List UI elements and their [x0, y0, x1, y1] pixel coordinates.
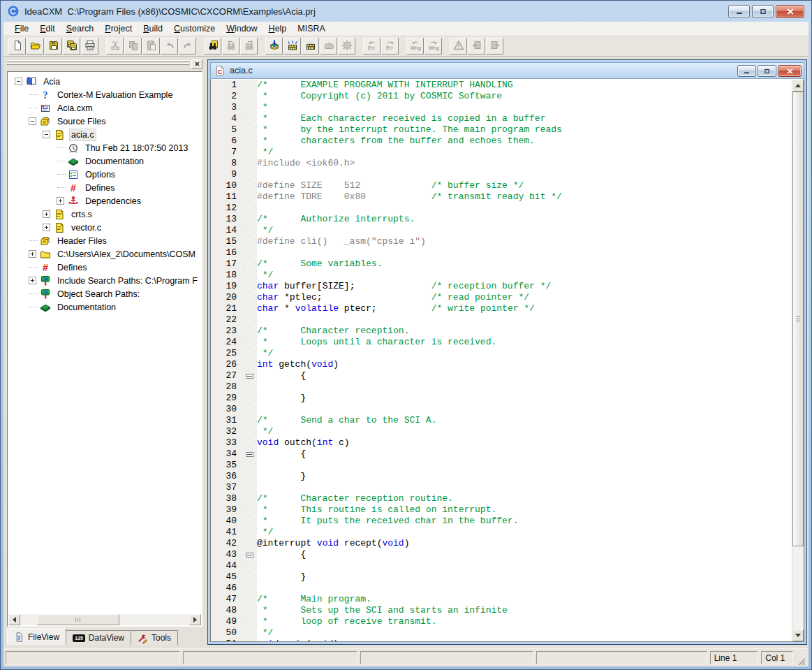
code-text[interactable]	[257, 169, 792, 180]
undo-button[interactable]	[161, 38, 178, 54]
menu-project[interactable]: Project	[99, 22, 138, 35]
code-text[interactable]: /* Authorize interrupts.	[257, 214, 792, 225]
compile-button[interactable]	[283, 38, 301, 54]
make-button[interactable]	[302, 38, 319, 54]
tree-item-label[interactable]: Thu Feb 21 18:07:50 2013	[83, 143, 190, 154]
new-button[interactable]	[8, 38, 26, 54]
tree-item-label[interactable]: Header Files	[55, 235, 109, 247]
code-area[interactable]: 1/* EXAMPLE PROGRAM WITH INTERRUPT HANDL…	[211, 80, 792, 641]
menu-edit[interactable]: Edit	[34, 22, 61, 35]
tree-item-label[interactable]: Acia.cxm	[55, 103, 95, 114]
code-text[interactable]: */	[257, 270, 792, 281]
code-text[interactable]	[257, 381, 792, 393]
code-text[interactable]	[257, 247, 792, 258]
open-button[interactable]	[27, 38, 44, 54]
print-button[interactable]	[81, 38, 98, 54]
code-text[interactable]: */	[257, 426, 792, 437]
code-text[interactable]	[257, 404, 792, 415]
menu-search[interactable]: Search	[61, 22, 100, 35]
fold-marker[interactable]	[246, 374, 253, 379]
editor-minimize-button[interactable]	[737, 65, 756, 77]
restore-button[interactable]	[752, 5, 774, 18]
paste-button[interactable]	[142, 38, 160, 54]
next-misra-button[interactable]	[486, 38, 503, 54]
code-text[interactable]: }	[257, 471, 792, 482]
code-text[interactable]: */	[257, 527, 792, 538]
code-text[interactable]: /* EXAMPLE PROGRAM WITH INTERRUPT HANDLI…	[257, 80, 792, 91]
tree-item-label[interactable]: vector.c	[69, 222, 103, 233]
resize-grip[interactable]	[796, 656, 806, 667]
code-text[interactable]: */	[257, 225, 792, 236]
code-text[interactable]: /* Main program.	[257, 594, 792, 605]
scroll-left-button[interactable]	[8, 614, 20, 625]
code-text[interactable]: * Sets up the SCI and starts an infinite	[257, 605, 792, 616]
code-text[interactable]	[257, 560, 792, 571]
tree-item-label[interactable]: Defines	[55, 262, 89, 273]
code-text[interactable]: *	[257, 102, 792, 113]
code-text[interactable]: {	[257, 449, 792, 460]
code-text[interactable]: #define cli() _asm("cpsie i")	[257, 236, 792, 247]
misra-check-button[interactable]	[450, 38, 467, 54]
expand-toggle[interactable]	[57, 197, 64, 205]
scroll-track[interactable]	[20, 614, 189, 625]
editor-scroll-thumb[interactable]	[792, 92, 804, 546]
code-text[interactable]: }	[257, 571, 792, 583]
menu-build[interactable]: Build	[138, 22, 168, 35]
tree-item-label[interactable]: Acia	[41, 76, 62, 87]
tree-item-label[interactable]: Include Search Paths: C:\Program F	[55, 275, 200, 286]
next-error-button[interactable]: Err	[381, 38, 399, 54]
tree-item-label[interactable]: Options	[83, 169, 117, 180]
find-previous-button[interactable]	[222, 38, 239, 54]
tab-tools[interactable]: Tools	[131, 630, 178, 645]
expand-toggle[interactable]	[29, 277, 36, 284]
menu-window[interactable]: Window	[221, 22, 263, 35]
save-button[interactable]	[45, 38, 62, 54]
code-text[interactable]: * Each character received is copied in a…	[257, 113, 792, 124]
tree-item-label[interactable]: Documentation	[83, 156, 146, 167]
code-text[interactable]: {	[257, 370, 792, 381]
code-text[interactable]: */	[257, 348, 792, 359]
code-text[interactable]: */	[257, 627, 792, 639]
editor-restore-button[interactable]	[758, 65, 776, 77]
find-next-button[interactable]	[240, 38, 258, 54]
cut-button[interactable]	[106, 38, 124, 54]
expand-toggle[interactable]	[43, 210, 50, 218]
code-text[interactable]: int getch(void)	[257, 359, 792, 370]
menu-misra[interactable]: MISRA	[292, 22, 331, 35]
code-text[interactable]: /* Send a char to the SCI A.	[257, 415, 792, 426]
code-text[interactable]: }	[257, 393, 792, 404]
panel-close-button[interactable]	[191, 59, 202, 69]
code-text[interactable]: /* Character reception routine.	[257, 493, 792, 504]
minimize-button[interactable]	[728, 5, 750, 18]
code-text[interactable]: /* Some variables.	[257, 258, 792, 270]
save-all-button[interactable]	[63, 38, 80, 54]
code-text[interactable]: #define SIZE 512 /* buffer size */	[257, 180, 792, 191]
code-text[interactable]: #define TDRE 0x80 /* transmit ready bit …	[257, 191, 792, 203]
panel-gripper[interactable]	[7, 60, 189, 67]
stop-build-button[interactable]	[338, 38, 355, 54]
previous-misra-button[interactable]	[468, 38, 485, 54]
menu-help[interactable]: Help	[263, 22, 293, 35]
collapse-toggle[interactable]	[43, 131, 50, 138]
code-text[interactable]: char * volatile ptecr; /* write pointer …	[257, 303, 792, 314]
code-text[interactable]	[257, 583, 792, 594]
tree-horizontal-scrollbar[interactable]	[8, 614, 201, 625]
scroll-right-button[interactable]	[189, 614, 201, 625]
previous-warning-button[interactable]: Wng	[406, 38, 424, 54]
code-text[interactable]: * Loops until a character is received.	[257, 337, 792, 348]
tree-item-label[interactable]: Dependencies	[83, 196, 143, 207]
code-text[interactable]: @interrupt void recept(void)	[257, 538, 792, 549]
fold-marker[interactable]	[246, 553, 253, 558]
scroll-thumb[interactable]	[37, 614, 119, 625]
code-text[interactable]	[257, 203, 792, 214]
close-button[interactable]	[776, 5, 804, 18]
tree-item-label[interactable]: Object Search Paths:	[55, 289, 142, 300]
next-warning-button[interactable]: Wng	[425, 38, 442, 54]
redo-button[interactable]	[179, 38, 196, 54]
code-text[interactable]: * Copyright (c) 2011 by COSMIC Software	[257, 91, 792, 102]
tree-item-label[interactable]: C:\Users\Alex_2\Documents\COSM	[55, 249, 198, 260]
code-text[interactable]: /* Character reception.	[257, 326, 792, 337]
scroll-down-button[interactable]	[792, 629, 804, 641]
tree-item-label[interactable]: acia.c	[69, 129, 96, 141]
tree-item-label[interactable]: Cortex-M Evaluation Example	[55, 89, 175, 101]
